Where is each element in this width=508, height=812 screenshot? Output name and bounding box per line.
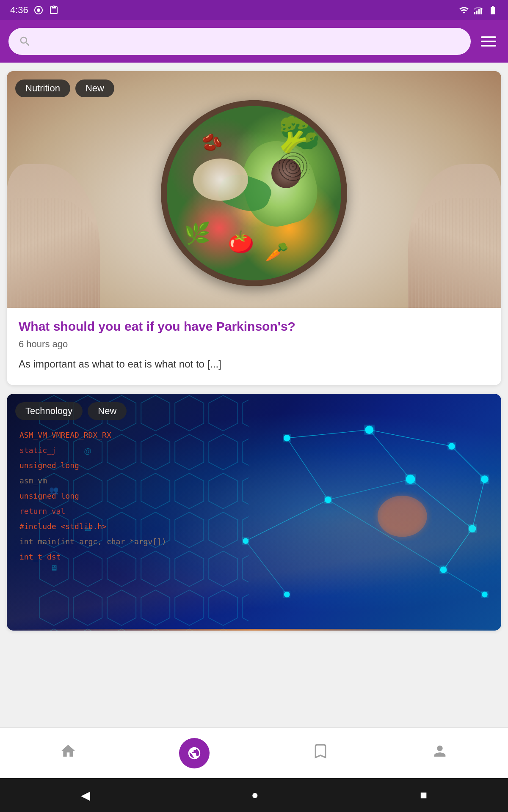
hamburger-menu-button[interactable] bbox=[478, 33, 500, 50]
new-tag-2: New bbox=[88, 402, 127, 420]
hamburger-line-1 bbox=[481, 36, 496, 38]
nav-item-home[interactable] bbox=[50, 738, 87, 769]
article-1-tags: Nutrition New bbox=[15, 80, 114, 97]
explore-icon-active bbox=[179, 738, 210, 768]
status-bar-right bbox=[459, 5, 498, 15]
nutrition-tag: Nutrition bbox=[15, 80, 70, 97]
status-bar-left: 4:36 bbox=[10, 5, 59, 16]
article-2-tags: Technology New bbox=[15, 402, 127, 420]
home-icon bbox=[60, 743, 77, 764]
bottom-nav bbox=[0, 727, 508, 778]
time-display: 4:36 bbox=[10, 5, 28, 16]
hamburger-line-3 bbox=[481, 45, 496, 47]
new-tag-1: New bbox=[75, 80, 114, 97]
nutrition-image: 🥦 🌿 🫘 🍅 🥕 bbox=[7, 71, 501, 308]
technology-tag: Technology bbox=[15, 402, 83, 420]
search-bar[interactable] bbox=[8, 28, 471, 55]
android-recent-button[interactable]: ■ bbox=[403, 783, 444, 807]
android-back-button[interactable]: ◀ bbox=[64, 783, 107, 807]
wifi-icon bbox=[459, 5, 469, 15]
signal-icon bbox=[473, 5, 483, 15]
svg-rect-1 bbox=[474, 12, 475, 14]
svg-rect-4 bbox=[480, 8, 482, 14]
article-1-title[interactable]: What should you eat if you have Parkinso… bbox=[19, 318, 489, 335]
svg-point-0 bbox=[37, 8, 40, 12]
android-nav-bar: ◀ ● ■ bbox=[0, 778, 508, 812]
article-1-excerpt: As important as what to eat is what not … bbox=[19, 357, 489, 372]
main-content: 🥦 🌿 🫘 🍅 🥕 bbox=[0, 63, 508, 727]
nav-item-explore[interactable] bbox=[169, 733, 220, 774]
svg-rect-2 bbox=[476, 11, 478, 14]
status-bar: 4:36 bbox=[0, 0, 508, 20]
article-1-content: What should you eat if you have Parkinso… bbox=[7, 308, 501, 385]
nav-item-bookmarks[interactable] bbox=[302, 738, 339, 769]
article-1-image-container: 🥦 🌿 🫘 🍅 🥕 bbox=[7, 71, 501, 308]
technology-image: 📍 @ 👥 ✉ 🖥 bbox=[7, 394, 501, 631]
podcast-icon bbox=[33, 5, 44, 15]
bowl-circle: 🥦 🌿 🫘 🍅 🥕 bbox=[161, 100, 347, 286]
app-header bbox=[0, 20, 508, 63]
svg-rect-3 bbox=[478, 9, 480, 14]
android-home-button[interactable]: ● bbox=[235, 783, 276, 807]
search-input[interactable] bbox=[37, 36, 461, 47]
article-card-1[interactable]: 🥦 🌿 🫘 🍅 🥕 bbox=[7, 71, 501, 385]
article-card-2[interactable]: 📍 @ 👥 ✉ 🖥 bbox=[7, 394, 501, 631]
search-icon bbox=[19, 35, 31, 48]
bookmark-icon bbox=[312, 743, 329, 764]
nav-item-profile[interactable] bbox=[421, 738, 458, 769]
article-1-timestamp: 6 hours ago bbox=[19, 339, 489, 350]
hamburger-line-2 bbox=[481, 41, 496, 42]
clipboard-icon bbox=[49, 5, 59, 15]
profile-icon bbox=[431, 743, 448, 764]
article-2-image-container: 📍 @ 👥 ✉ 🖥 bbox=[7, 394, 501, 631]
battery-icon bbox=[488, 5, 498, 15]
